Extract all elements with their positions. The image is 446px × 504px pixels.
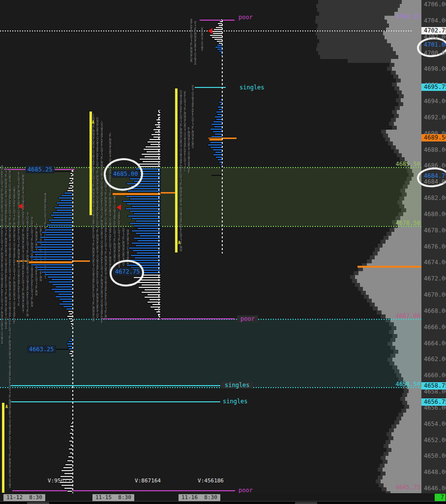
profile-bar-day2 <box>135 232 161 234</box>
composite-profile-bar <box>391 232 421 236</box>
profile-bar-day2 <box>153 136 161 138</box>
level-line <box>200 20 235 21</box>
tpo-letter-column: FGHIJKLMNOPQRSTUVWXABCDEFGHIJKLMNOPQRSTU… <box>92 113 95 323</box>
profile-bar-day1 <box>37 249 73 251</box>
profile-bar-day2 <box>129 198 161 200</box>
axis-price-label: 4668.00 <box>424 308 446 314</box>
singles-label-mid: singles <box>221 382 253 389</box>
profile-bar-day2 <box>135 245 161 247</box>
profile-bar-day2 <box>137 227 161 229</box>
composite-profile-bar <box>391 448 421 452</box>
composite-profile-bar <box>401 79 421 83</box>
profile-bar-day1 <box>61 484 73 486</box>
profile-bar-day1 <box>48 226 73 228</box>
composite-profile-bar <box>363 267 421 271</box>
session-anchor-line <box>222 20 223 253</box>
poor-label-mid: poor <box>237 315 258 322</box>
profile-bar-day2 <box>140 166 161 168</box>
tpo-letter-a-marker: A <box>92 120 94 125</box>
composite-profile-bar <box>398 8 421 12</box>
profile-bar-day1 <box>48 281 73 283</box>
profile-bar-day1 <box>63 467 73 469</box>
horizontal-scrollbar[interactable] <box>0 501 446 504</box>
profile-bar-day1 <box>37 269 73 271</box>
profile-bar-day1 <box>30 256 73 258</box>
scrollbar-notch <box>27 502 49 504</box>
composite-profile-bar <box>386 472 421 476</box>
profile-bar-day2 <box>141 153 161 155</box>
composite-profile-bar <box>402 153 421 157</box>
composite-profile-bar <box>402 0 421 4</box>
profile-bar-day2 <box>139 235 161 237</box>
profile-bar-day1 <box>55 286 73 288</box>
axis-price-label: 4694.00 <box>424 98 446 105</box>
composite-profile-bar <box>383 476 421 479</box>
composite-profile-bar <box>363 287 421 291</box>
tpo-letter-column: TUVWXABCDEFGHIJKLMNOPQRSTUVWXABCDEFGHIJK… <box>101 120 104 325</box>
profile-bar-day1 <box>34 266 73 268</box>
composite-profile-bar <box>360 283 421 287</box>
axis-label-4701-00: 4701.00 <box>421 41 446 49</box>
composite-profile-bar <box>385 35 421 39</box>
axis-price-label: 4648.00 <box>424 469 446 476</box>
profile-bar-day2 <box>141 284 161 286</box>
red-arrow-icon <box>117 204 121 210</box>
composite-profile-bar <box>378 252 421 255</box>
composite-profile-bar <box>407 401 421 405</box>
tpo-letter-column: KLMNOPQRSTUVWXABCDE <box>188 127 191 175</box>
tpo-letter-column: UVWXABCDEFGHIJKLMNOPQRSTUVWXABCDEFGHIJKL… <box>180 90 183 254</box>
composite-profile-bar <box>396 118 421 122</box>
profile-bar-day1 <box>52 212 73 214</box>
composite-profile-bar <box>381 479 421 483</box>
profile-bar-day1 <box>62 301 73 303</box>
tpo-letter-column: STUVWXABCDEFGHIJKLMNOPQRSTUVWXABCDEFGHIJ… <box>27 212 30 319</box>
profile-bar-day2 <box>159 109 161 111</box>
profile-bar-day3 <box>208 144 223 146</box>
profile-bar-day2 <box>130 254 161 256</box>
chart-number-badge[interactable]: 7 <box>435 494 446 501</box>
composite-profile-bar <box>386 130 421 134</box>
level-line <box>10 385 220 386</box>
profile-bar-day3 <box>210 128 223 130</box>
profile-bar-day1 <box>54 291 73 293</box>
profile-bar-day3 <box>209 138 223 141</box>
profile-bar-day2 <box>151 134 161 136</box>
profile-bar-day1 <box>47 276 73 278</box>
level-line <box>10 401 220 402</box>
profile-bar-day2 <box>154 124 161 126</box>
axis-label-4695-75: 4695.75 <box>421 84 446 91</box>
composite-profile-bar <box>375 303 421 307</box>
composite-profile-bar <box>372 299 421 303</box>
axis-price-label: 4682.00 <box>424 195 446 201</box>
profile-bar-day1 <box>65 464 73 466</box>
axis-price-label: 4700.00 <box>424 50 446 56</box>
profile-bar-day3 <box>212 131 223 133</box>
profile-bar-day2 <box>141 291 161 293</box>
level-line <box>357 266 421 268</box>
poor-label-top: poor <box>238 14 253 21</box>
tpo-letter-column: ABCDEFGHIJKLMNOPQR <box>190 19 193 63</box>
tpo-letter-column: DEFGHIJKLMNOPQRSTUVWXABCDEFGHIJKL <box>184 91 187 173</box>
profile-bar-day1 <box>34 253 73 255</box>
composite-profile-bar <box>386 456 421 460</box>
composite-profile-bar <box>387 20 421 24</box>
profile-bar-day2 <box>131 242 161 244</box>
dotted-level-line <box>0 387 421 388</box>
profile-bar-day1 <box>50 222 73 224</box>
profile-bar-day1 <box>45 234 73 236</box>
profile-bar-day2 <box>154 131 161 133</box>
axis-label-4656-75: 4656.75 <box>421 398 446 406</box>
stat-volume: V:867164 <box>125 477 161 484</box>
axis-price-label: 4650.00 <box>424 452 446 459</box>
profile-bar-day2 <box>133 225 161 227</box>
profile-bar-day3 <box>210 146 223 148</box>
tpo-letter-column: LMNOPQRSTUVWXABCDEFGHIJKLMNOPQRSTUVWXABC… <box>22 173 25 315</box>
axis-price-label: 4664.00 <box>424 340 446 347</box>
tpo-letter-column: EFGHIJKLMNOPQRSTUVWXABCDEFGHIJKLMNOPQRST… <box>18 171 21 308</box>
composite-profile-bar <box>388 134 421 138</box>
profile-bar-day1 <box>52 283 73 285</box>
profile-bar-day3 <box>213 121 223 123</box>
profile-bar-day2 <box>152 304 161 306</box>
profile-bar-day1 <box>60 199 73 201</box>
composite-profile-bar <box>404 94 421 98</box>
